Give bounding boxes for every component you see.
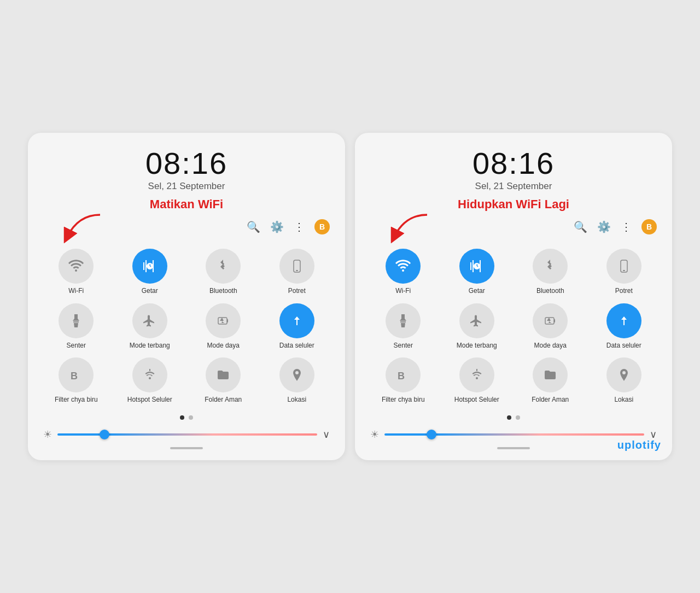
right-dot-2 (516, 415, 520, 420)
dot-2 (189, 415, 193, 420)
left-tile-data-seluler[interactable]: Data seluler (262, 303, 332, 350)
data-seluler-icon-circle (279, 303, 314, 338)
left-tiles-row2: Senter Mode terbang Mode daya Data selul… (41, 303, 332, 350)
svg-rect-3 (227, 319, 228, 322)
right-tile-wifi[interactable]: Wi-Fi (368, 249, 439, 296)
potret-icon-circle (279, 249, 314, 284)
right-time: 08:16 (368, 148, 659, 179)
wifi-label: Wi-Fi (68, 287, 84, 296)
right-panel: 08:16 Sel, 21 September Hidupkan WiFi La… (355, 133, 672, 460)
right-date: Sel, 21 September (368, 181, 659, 192)
right-getar-icon-circle (459, 249, 494, 284)
brightness-slider[interactable] (57, 433, 317, 436)
svg-text:B: B (71, 371, 78, 381)
right-filter-biru-label: Filter chya biru (382, 396, 425, 404)
left-home-bar (170, 447, 203, 449)
svg-text:B: B (398, 371, 405, 381)
left-tile-potret[interactable]: Potret (262, 249, 332, 296)
right-filter-biru-icon-circle: B (386, 357, 421, 392)
left-tile-getar[interactable]: Getar (115, 249, 185, 296)
right-brightness-slider[interactable] (384, 433, 644, 436)
left-tile-wifi[interactable]: Wi-Fi (41, 249, 112, 296)
mode-daya-label: Mode daya (207, 342, 240, 350)
left-page-dots (41, 415, 332, 420)
right-tile-folder-aman[interactable]: Folder Aman (515, 357, 586, 404)
lokasi-label: Lokasi (287, 396, 306, 404)
senter-icon-circle (59, 303, 94, 338)
folder-aman-icon-circle (206, 357, 241, 392)
left-tile-mode-terbang[interactable]: Mode terbang (115, 303, 185, 350)
right-slider-thumb[interactable] (427, 430, 436, 439)
right-tile-mode-terbang[interactable]: Mode terbang (442, 303, 512, 350)
mode-daya-icon-circle (206, 303, 241, 338)
left-tile-folder-aman[interactable]: Folder Aman (188, 357, 259, 404)
right-wifi-label: Wi-Fi (395, 287, 411, 296)
right-brightness-icon: ☀ (370, 428, 379, 441)
settings-icon[interactable]: ⚙️ (270, 220, 284, 233)
right-mode-terbang-icon-circle (459, 303, 494, 338)
right-tile-bluetooth[interactable]: Bluetooth (515, 249, 586, 296)
right-mode-daya-label: Mode daya (534, 342, 567, 350)
right-page-dots (368, 415, 659, 420)
right-hotspot-label: Hotspot Seluler (454, 396, 499, 404)
hotspot-icon-circle (132, 357, 167, 392)
main-container: 08:16 Sel, 21 September Matikan WiFi 🔍 ⚙… (17, 122, 683, 471)
right-lokasi-label: Lokasi (614, 396, 633, 404)
right-hotspot-icon-circle (459, 357, 494, 392)
left-tile-bluetooth[interactable]: Bluetooth (188, 249, 259, 296)
chevron-down-icon[interactable]: ∨ (323, 428, 330, 441)
right-tile-mode-daya[interactable]: Mode daya (515, 303, 586, 350)
right-mode-terbang-label: Mode terbang (457, 342, 497, 350)
getar-label: Getar (142, 287, 158, 296)
dot-1 (180, 415, 184, 420)
left-annotation: Matikan WiFi (41, 197, 332, 212)
right-tile-filter-biru[interactable]: B Filter chya biru (368, 357, 439, 404)
potret-label: Potret (288, 287, 306, 296)
right-tile-senter[interactable]: Senter (368, 303, 439, 350)
menu-icon[interactable]: ⋮ (294, 220, 305, 233)
mode-terbang-icon-circle (132, 303, 167, 338)
right-wifi-icon-circle (386, 249, 421, 284)
folder-aman-label: Folder Aman (205, 396, 242, 404)
left-tile-lokasi[interactable]: Lokasi (262, 357, 332, 404)
left-tile-filter-biru[interactable]: B Filter chya biru (41, 357, 112, 404)
left-time: 08:16 (41, 148, 332, 179)
slider-thumb[interactable] (100, 430, 109, 439)
mode-terbang-label: Mode terbang (130, 342, 170, 350)
left-brightness-row: ☀ ∨ (41, 428, 332, 441)
right-mode-daya-icon-circle (533, 303, 568, 338)
svg-rect-8 (554, 319, 555, 322)
bluetooth-label: Bluetooth (209, 287, 237, 296)
bluetooth-icon-circle (206, 249, 241, 284)
left-tile-senter[interactable]: Senter (41, 303, 112, 350)
right-potret-icon-circle (606, 249, 641, 284)
left-tile-mode-daya[interactable]: Mode daya (188, 303, 259, 350)
left-tile-hotspot[interactable]: Hotspot Seluler (115, 357, 185, 404)
right-getar-label: Getar (469, 287, 485, 296)
right-senter-label: Senter (394, 342, 413, 350)
right-tile-potret[interactable]: Potret (589, 249, 660, 296)
right-tiles-row1: Wi-Fi Getar Bluetooth Potr (368, 249, 659, 296)
right-tile-data-seluler[interactable]: Data seluler (589, 303, 660, 350)
right-potret-label: Potret (615, 287, 633, 296)
right-settings-icon[interactable]: ⚙️ (597, 220, 611, 233)
right-menu-icon[interactable]: ⋮ (621, 220, 632, 233)
right-search-icon[interactable]: 🔍 (574, 220, 587, 233)
right-annotation: Hidupkan WiFi Lagi (368, 197, 659, 212)
right-home-bar (497, 447, 530, 449)
right-b-badge: B (641, 219, 657, 234)
right-folder-aman-icon-circle (533, 357, 568, 392)
right-tile-lokasi[interactable]: Lokasi (589, 357, 660, 404)
getar-icon-circle (132, 249, 167, 284)
left-panel: 08:16 Sel, 21 September Matikan WiFi 🔍 ⚙… (28, 133, 345, 460)
right-data-seluler-icon-circle (606, 303, 641, 338)
left-date: Sel, 21 September (41, 181, 332, 192)
left-tiles-row3: B Filter chya biru Hotspot Seluler Folde… (41, 357, 332, 404)
watermark: uplotify (617, 439, 661, 451)
senter-label: Senter (67, 342, 86, 350)
wifi-icon-circle (59, 249, 94, 284)
right-tile-getar[interactable]: Getar (442, 249, 512, 296)
right-senter-icon-circle (386, 303, 421, 338)
right-tile-hotspot[interactable]: Hotspot Seluler (442, 357, 512, 404)
search-icon[interactable]: 🔍 (247, 220, 260, 233)
